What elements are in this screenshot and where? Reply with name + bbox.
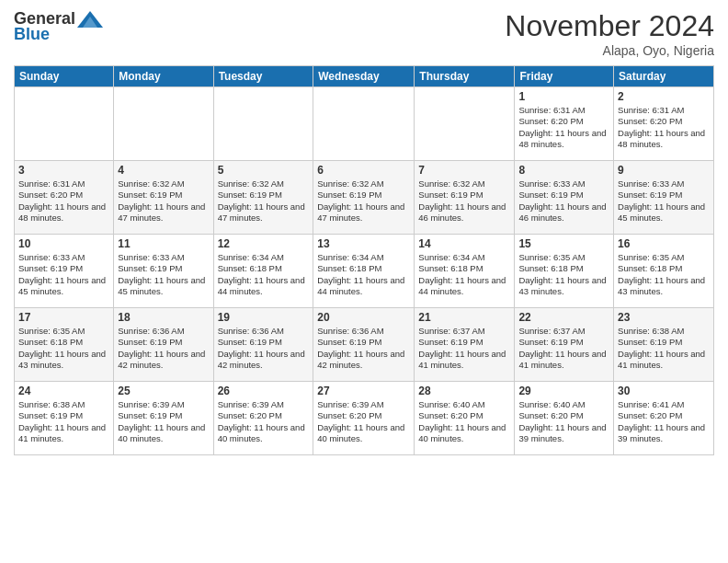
- calendar-day-header: Thursday: [415, 66, 515, 87]
- calendar-day-cell: 14Sunrise: 6:34 AMSunset: 6:18 PMDayligh…: [415, 235, 515, 308]
- calendar-day-cell: 19Sunrise: 6:36 AMSunset: 6:19 PMDayligh…: [213, 308, 313, 382]
- calendar-day-cell: [15, 87, 114, 161]
- calendar-day-header: Wednesday: [313, 66, 415, 87]
- logo: General Blue: [14, 9, 103, 44]
- calendar-day-cell: 29Sunrise: 6:40 AMSunset: 6:20 PMDayligh…: [515, 382, 614, 455]
- calendar-day-cell: 22Sunrise: 6:37 AMSunset: 6:19 PMDayligh…: [515, 308, 614, 382]
- calendar-day-header: Sunday: [15, 66, 114, 87]
- day-info: Sunrise: 6:33 AMSunset: 6:19 PMDaylight:…: [18, 252, 109, 297]
- day-info: Sunrise: 6:36 AMSunset: 6:19 PMDaylight:…: [317, 326, 410, 371]
- day-number: 26: [218, 385, 310, 397]
- calendar-day-cell: 3Sunrise: 6:31 AMSunset: 6:20 PMDaylight…: [15, 161, 114, 235]
- calendar-day-cell: 17Sunrise: 6:35 AMSunset: 6:18 PMDayligh…: [15, 308, 114, 382]
- calendar-day-cell: 23Sunrise: 6:38 AMSunset: 6:19 PMDayligh…: [614, 308, 714, 382]
- location: Alapa, Oyo, Nigeria: [505, 43, 714, 58]
- calendar-day-cell: 4Sunrise: 6:32 AMSunset: 6:19 PMDaylight…: [114, 161, 213, 235]
- day-number: 19: [218, 311, 310, 324]
- day-number: 14: [418, 237, 510, 250]
- calendar-day-cell: 9Sunrise: 6:33 AMSunset: 6:19 PMDaylight…: [614, 161, 714, 235]
- day-number: 25: [118, 385, 209, 397]
- calendar-table: SundayMondayTuesdayWednesdayThursdayFrid…: [14, 65, 714, 455]
- calendar-day-cell: 2Sunrise: 6:31 AMSunset: 6:20 PMDaylight…: [614, 87, 714, 161]
- day-info: Sunrise: 6:32 AMSunset: 6:19 PMDaylight:…: [317, 178, 410, 224]
- day-number: 20: [317, 311, 410, 324]
- day-number: 27: [317, 385, 410, 397]
- calendar-day-cell: 24Sunrise: 6:38 AMSunset: 6:19 PMDayligh…: [15, 382, 114, 455]
- calendar-day-cell: 1Sunrise: 6:31 AMSunset: 6:20 PMDaylight…: [515, 87, 614, 161]
- calendar-week-row: 24Sunrise: 6:38 AMSunset: 6:19 PMDayligh…: [15, 382, 714, 455]
- calendar-week-row: 10Sunrise: 6:33 AMSunset: 6:19 PMDayligh…: [15, 235, 714, 308]
- day-number: 6: [317, 164, 410, 177]
- day-number: 18: [118, 311, 209, 324]
- calendar-week-row: 1Sunrise: 6:31 AMSunset: 6:20 PMDaylight…: [15, 87, 714, 161]
- calendar-day-cell: 5Sunrise: 6:32 AMSunset: 6:19 PMDaylight…: [213, 161, 313, 235]
- calendar-day-header: Saturday: [614, 66, 714, 87]
- calendar-week-row: 3Sunrise: 6:31 AMSunset: 6:20 PMDaylight…: [15, 161, 714, 235]
- page-container: General Blue November 2024 Alapa, Oyo, N…: [0, 0, 728, 465]
- day-number: 9: [618, 164, 710, 177]
- day-number: 1: [518, 90, 609, 103]
- day-info: Sunrise: 6:32 AMSunset: 6:19 PMDaylight:…: [218, 178, 310, 224]
- calendar-day-cell: 18Sunrise: 6:36 AMSunset: 6:19 PMDayligh…: [114, 308, 213, 382]
- calendar-day-cell: 11Sunrise: 6:33 AMSunset: 6:19 PMDayligh…: [114, 235, 213, 308]
- calendar-day-cell: 12Sunrise: 6:34 AMSunset: 6:18 PMDayligh…: [213, 235, 313, 308]
- calendar-day-cell: 28Sunrise: 6:40 AMSunset: 6:20 PMDayligh…: [415, 382, 515, 455]
- day-number: 29: [518, 385, 609, 397]
- calendar-day-cell: 8Sunrise: 6:33 AMSunset: 6:19 PMDaylight…: [515, 161, 614, 235]
- day-number: 30: [618, 385, 710, 397]
- day-info: Sunrise: 6:36 AMSunset: 6:19 PMDaylight:…: [218, 326, 310, 371]
- day-number: 15: [518, 237, 609, 250]
- calendar-week-row: 17Sunrise: 6:35 AMSunset: 6:18 PMDayligh…: [15, 308, 714, 382]
- day-info: Sunrise: 6:40 AMSunset: 6:20 PMDaylight:…: [418, 399, 510, 444]
- logo-blue: Blue: [14, 25, 50, 44]
- day-number: 8: [518, 164, 609, 177]
- calendar-header-row: SundayMondayTuesdayWednesdayThursdayFrid…: [15, 66, 714, 87]
- day-info: Sunrise: 6:31 AMSunset: 6:20 PMDaylight:…: [618, 105, 710, 150]
- day-info: Sunrise: 6:34 AMSunset: 6:18 PMDaylight:…: [418, 252, 510, 297]
- calendar-day-cell: 16Sunrise: 6:35 AMSunset: 6:18 PMDayligh…: [614, 235, 714, 308]
- day-info: Sunrise: 6:40 AMSunset: 6:20 PMDaylight:…: [518, 399, 609, 444]
- day-number: 3: [18, 164, 109, 177]
- calendar-day-cell: 7Sunrise: 6:32 AMSunset: 6:19 PMDaylight…: [415, 161, 515, 235]
- calendar-day-cell: 30Sunrise: 6:41 AMSunset: 6:20 PMDayligh…: [614, 382, 714, 455]
- day-info: Sunrise: 6:38 AMSunset: 6:19 PMDaylight:…: [618, 326, 710, 371]
- day-info: Sunrise: 6:35 AMSunset: 6:18 PMDaylight:…: [518, 252, 609, 297]
- page-header: General Blue November 2024 Alapa, Oyo, N…: [14, 9, 714, 58]
- day-info: Sunrise: 6:41 AMSunset: 6:20 PMDaylight:…: [618, 399, 710, 444]
- calendar-day-cell: 25Sunrise: 6:39 AMSunset: 6:19 PMDayligh…: [114, 382, 213, 455]
- day-number: 24: [18, 385, 109, 397]
- day-number: 21: [418, 311, 510, 324]
- day-info: Sunrise: 6:35 AMSunset: 6:18 PMDaylight:…: [18, 326, 109, 371]
- calendar-day-cell: [415, 87, 515, 161]
- calendar-day-cell: 6Sunrise: 6:32 AMSunset: 6:19 PMDaylight…: [313, 161, 415, 235]
- day-info: Sunrise: 6:31 AMSunset: 6:20 PMDaylight:…: [18, 178, 109, 224]
- logo-icon: [77, 11, 103, 28]
- month-title: November 2024: [505, 9, 714, 43]
- calendar-day-cell: 15Sunrise: 6:35 AMSunset: 6:18 PMDayligh…: [515, 235, 614, 308]
- day-info: Sunrise: 6:34 AMSunset: 6:18 PMDaylight:…: [218, 252, 310, 297]
- day-info: Sunrise: 6:33 AMSunset: 6:19 PMDaylight:…: [118, 252, 209, 297]
- calendar-day-header: Friday: [515, 66, 614, 87]
- day-info: Sunrise: 6:37 AMSunset: 6:19 PMDaylight:…: [418, 326, 510, 371]
- day-number: 7: [418, 164, 510, 177]
- day-number: 5: [218, 164, 310, 177]
- calendar-day-header: Tuesday: [213, 66, 313, 87]
- day-info: Sunrise: 6:39 AMSunset: 6:20 PMDaylight:…: [317, 399, 410, 444]
- day-number: 2: [618, 90, 710, 103]
- day-number: 28: [418, 385, 510, 397]
- calendar-day-cell: 20Sunrise: 6:36 AMSunset: 6:19 PMDayligh…: [313, 308, 415, 382]
- day-info: Sunrise: 6:39 AMSunset: 6:20 PMDaylight:…: [218, 399, 310, 444]
- calendar-day-cell: [313, 87, 415, 161]
- day-info: Sunrise: 6:33 AMSunset: 6:19 PMDaylight:…: [618, 178, 710, 224]
- calendar-day-cell: 26Sunrise: 6:39 AMSunset: 6:20 PMDayligh…: [213, 382, 313, 455]
- day-info: Sunrise: 6:31 AMSunset: 6:20 PMDaylight:…: [518, 105, 609, 150]
- day-number: 12: [218, 237, 310, 250]
- day-info: Sunrise: 6:38 AMSunset: 6:19 PMDaylight:…: [18, 399, 109, 444]
- calendar-day-cell: [114, 87, 213, 161]
- day-number: 17: [18, 311, 109, 324]
- calendar-day-cell: [213, 87, 313, 161]
- day-number: 16: [618, 237, 710, 250]
- day-info: Sunrise: 6:33 AMSunset: 6:19 PMDaylight:…: [518, 178, 609, 224]
- day-info: Sunrise: 6:35 AMSunset: 6:18 PMDaylight:…: [618, 252, 710, 297]
- day-number: 11: [118, 237, 209, 250]
